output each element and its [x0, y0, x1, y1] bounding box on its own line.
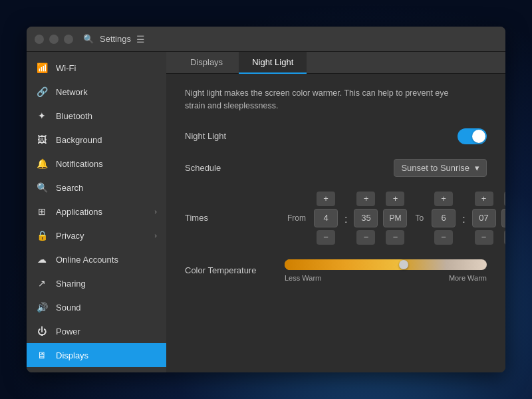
- background-icon: 🖼: [36, 134, 48, 146]
- sidebar-item-applications[interactable]: ⊞ Applications ›: [27, 200, 166, 223]
- night-light-toggle[interactable]: [458, 128, 487, 144]
- search-icon: 🔍: [36, 182, 48, 194]
- sound-icon: 🔊: [36, 301, 48, 313]
- window-controls: ✕ − □: [35, 35, 73, 44]
- to-ampm-spinner: + AM −: [501, 192, 505, 245]
- to-minute-up-button[interactable]: +: [475, 192, 493, 206]
- network-icon: 🔗: [36, 86, 48, 98]
- tab-night-light[interactable]: Night Light: [239, 52, 307, 74]
- color-temp-label: Color Temperature: [185, 265, 285, 275]
- sidebar-item-label: Network: [56, 87, 88, 97]
- sidebar-item-notifications[interactable]: 🔔 Notifications: [27, 152, 166, 176]
- sidebar-item-sound[interactable]: 🔊 Sound: [27, 295, 166, 319]
- from-hour-down-button[interactable]: −: [317, 230, 335, 245]
- maximize-button[interactable]: □: [64, 35, 73, 44]
- from-ampm-up-button[interactable]: +: [386, 192, 404, 206]
- from-hour-up-button[interactable]: +: [317, 192, 335, 206]
- to-label: To: [415, 213, 424, 223]
- to-hour-spinner: + 6 −: [432, 192, 456, 245]
- to-minute-down-button[interactable]: −: [475, 230, 493, 245]
- to-minute-spinner: + 07 −: [472, 192, 496, 245]
- privacy-icon: 🔒: [36, 229, 48, 241]
- night-light-content: Night light makes the screen color warme…: [166, 74, 505, 372]
- sidebar-item-network[interactable]: 🔗 Network: [27, 80, 166, 104]
- to-hour-down-button[interactable]: −: [434, 230, 453, 245]
- from-hour-value: 4: [314, 209, 338, 227]
- sidebar-item-label: Sound: [56, 303, 81, 313]
- sharing-icon: ↗: [36, 277, 48, 289]
- sidebar-item-label: Applications: [56, 207, 102, 217]
- colon-separator-2: :: [461, 213, 466, 225]
- night-light-label: Night Light: [185, 131, 285, 141]
- sidebar-item-power[interactable]: ⏻ Power: [27, 319, 166, 343]
- sidebar-item-search[interactable]: 🔍 Search: [27, 176, 166, 200]
- chevron-right-icon: ›: [154, 207, 157, 215]
- power-icon: ⏻: [36, 325, 48, 337]
- sidebar: 📶 Wi-Fi 🔗 Network ✦ Bluetooth 🖼 Backgrou…: [27, 52, 166, 372]
- schedule-label: Schedule: [185, 163, 285, 173]
- night-light-row: Night Light: [185, 128, 487, 144]
- sidebar-item-label: Search: [56, 183, 83, 193]
- sidebar-item-label: Bluetooth: [56, 111, 92, 121]
- wifi-icon: 📶: [36, 62, 48, 74]
- schedule-dropdown[interactable]: Sunset to Sunrise ▾: [394, 159, 487, 177]
- schedule-row: Schedule Sunset to Sunrise ▾: [185, 159, 487, 177]
- from-minute-value: 35: [354, 209, 378, 227]
- color-temp-labels: Less Warm More Warm: [285, 274, 487, 282]
- sidebar-item-mouse-touchpad[interactable]: 🖱 Mouse & Touchpad: [27, 367, 166, 372]
- minimize-button[interactable]: −: [49, 35, 59, 44]
- times-label: Times: [185, 213, 285, 223]
- from-minute-up-button[interactable]: +: [356, 192, 375, 206]
- sidebar-item-privacy[interactable]: 🔒 Privacy ›: [27, 223, 166, 247]
- from-ampm-down-button[interactable]: −: [386, 230, 404, 245]
- night-light-value: [285, 128, 487, 144]
- online-accounts-icon: ☁: [36, 253, 48, 265]
- sidebar-item-online-accounts[interactable]: ☁ Online Accounts: [27, 247, 166, 271]
- menu-icon[interactable]: ☰: [136, 34, 145, 45]
- description-text: Night light makes the screen color warme…: [185, 87, 451, 112]
- sidebar-item-displays[interactable]: 🖥 Displays: [27, 343, 166, 367]
- from-minute-spinner: + 35 −: [354, 192, 378, 245]
- notifications-icon: 🔔: [36, 158, 48, 170]
- sidebar-item-sharing[interactable]: ↗ Sharing: [27, 271, 166, 295]
- less-warm-label: Less Warm: [285, 274, 321, 282]
- search-icon[interactable]: 🔍: [81, 32, 96, 47]
- to-ampm-up-button[interactable]: +: [504, 192, 505, 206]
- to-minute-value: 07: [472, 209, 496, 227]
- chevron-right-icon: ›: [154, 231, 157, 239]
- sidebar-item-label: Power: [56, 327, 80, 336]
- sidebar-item-background[interactable]: 🖼 Background: [27, 128, 166, 152]
- sidebar-item-wifi[interactable]: 📶 Wi-Fi: [27, 56, 166, 80]
- from-minute-down-button[interactable]: −: [356, 230, 375, 245]
- from-ampm-spinner: + PM −: [383, 192, 407, 245]
- to-ampm-value[interactable]: AM: [501, 209, 505, 227]
- colon-separator-1: :: [343, 213, 348, 225]
- tab-displays[interactable]: Displays: [177, 52, 236, 74]
- color-temp-thumb[interactable]: [399, 260, 408, 269]
- displays-icon: 🖥: [36, 349, 48, 361]
- color-temp-fill: [285, 259, 406, 270]
- sidebar-item-label: Displays: [56, 350, 88, 360]
- dropdown-arrow-icon: ▾: [475, 163, 479, 173]
- from-hour-spinner: + 4 −: [314, 192, 338, 245]
- to-hour-up-button[interactable]: +: [434, 192, 453, 206]
- close-button[interactable]: ✕: [35, 35, 44, 44]
- sidebar-item-label: Background: [56, 135, 102, 145]
- to-hour-value: 6: [432, 209, 456, 227]
- to-ampm-down-button[interactable]: −: [504, 230, 505, 245]
- more-warm-label: More Warm: [449, 274, 487, 282]
- schedule-value: Sunset to Sunrise ▾: [285, 159, 487, 177]
- from-label: From: [287, 213, 306, 223]
- titlebar: ✕ − □ 🔍 Settings ☰: [27, 27, 505, 52]
- applications-icon: ⊞: [36, 205, 48, 217]
- sidebar-item-label: Wi-Fi: [56, 63, 76, 73]
- bluetooth-icon: ✦: [36, 110, 48, 122]
- times-row: Times From + 4 − : + 35: [185, 192, 487, 245]
- color-temperature-row: Color Temperature Less Warm More Warm: [185, 259, 487, 282]
- window-body: 📶 Wi-Fi 🔗 Network ✦ Bluetooth 🖼 Backgrou…: [27, 52, 505, 372]
- content-panel: Displays Night Light Night light makes t…: [166, 52, 505, 372]
- sidebar-item-bluetooth[interactable]: ✦ Bluetooth: [27, 104, 166, 128]
- color-temp-control: Less Warm More Warm: [285, 259, 487, 282]
- from-ampm-value[interactable]: PM: [383, 209, 407, 227]
- window-title: Settings: [100, 34, 131, 44]
